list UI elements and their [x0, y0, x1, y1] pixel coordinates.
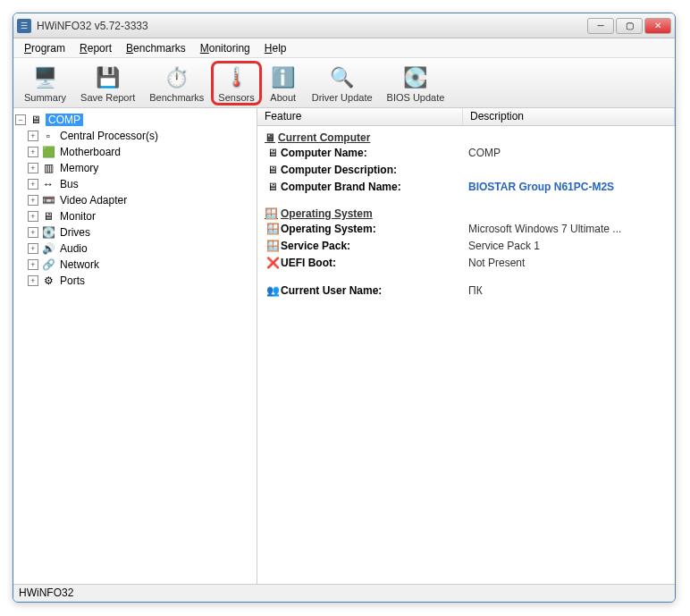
expand-icon[interactable]: + — [28, 179, 38, 190]
feature-value: Microsoft Windows 7 Ultimate ... — [468, 223, 668, 235]
thermometer-icon — [223, 63, 251, 92]
menubar: Program Report Benchmarks Monitoring Hel… — [13, 38, 675, 58]
maximize-button[interactable]: ▢ — [616, 18, 643, 34]
row-icon: 🖥 — [265, 147, 281, 159]
expand-icon[interactable]: + — [28, 275, 38, 286]
tree-item-monitor[interactable]: +🖥Monitor — [28, 208, 255, 224]
feature-name: Computer Brand Name: — [281, 181, 468, 193]
monitor-icon — [31, 63, 60, 92]
close-button[interactable]: ✕ — [644, 18, 671, 34]
save-icon — [94, 63, 122, 92]
minimize-button[interactable]: ─ — [587, 18, 614, 34]
statusbar-text: HWiNFO32 — [19, 586, 73, 599]
bios-update-label: BIOS Update — [387, 92, 445, 103]
menu-report[interactable]: Report — [72, 40, 119, 56]
menu-monitoring[interactable]: Monitoring — [193, 40, 257, 56]
computer-icon: 🖥 — [29, 114, 43, 126]
tree-root-comp[interactable]: − 🖥 COMP — [15, 112, 255, 128]
computer-icon: 🖥 — [265, 131, 275, 144]
col-feature[interactable]: Feature — [257, 108, 463, 125]
tree-item-label: Video Adapter — [58, 194, 129, 207]
expand-icon[interactable]: + — [28, 147, 38, 157]
window-title: HWiNFO32 v5.72-3333 — [37, 20, 587, 32]
info-row[interactable]: ❌UEFI Boot:Not Present — [265, 254, 668, 271]
tree-item-memory[interactable]: +▥Memory — [28, 160, 255, 176]
menu-benchmarks[interactable]: Benchmarks — [119, 40, 193, 56]
info-icon — [269, 63, 298, 92]
details-header: Feature Description — [257, 108, 675, 126]
gauge-icon — [163, 63, 191, 92]
details-panel: Feature Description 🖥 Current Computer 🖥… — [257, 108, 675, 584]
tree-item-icon: 🟩 — [41, 146, 55, 158]
section-operating-system: 🪟 Operating System — [265, 207, 668, 220]
bios-update-button[interactable]: BIOS Update — [380, 61, 452, 105]
feature-value: Not Present — [468, 257, 668, 269]
driver-update-label: Driver Update — [312, 92, 373, 103]
row-icon: 🪟 — [265, 240, 281, 252]
app-icon — [17, 19, 31, 33]
row-icon: ❌ — [265, 257, 281, 269]
tree-item-motherboard[interactable]: +🟩Motherboard — [28, 144, 255, 160]
tree-item-icon: ⚙ — [41, 274, 55, 287]
row-icon: 👥 — [265, 284, 281, 297]
info-row[interactable]: 🖥Computer Description: — [265, 161, 668, 178]
tree-item-icon: ↔ — [41, 178, 55, 190]
tree-item-label: Drives — [58, 226, 92, 239]
tree-item-icon: ▫ — [41, 130, 55, 142]
details-content: 🖥 Current Computer 🖥Computer Name:COMP🖥C… — [257, 126, 675, 584]
row-icon: 🖥 — [265, 181, 281, 193]
expand-icon[interactable]: + — [28, 163, 38, 173]
tree-item-video-adapter[interactable]: +📼Video Adapter — [28, 192, 255, 208]
expand-icon[interactable]: + — [28, 243, 38, 254]
collapse-icon[interactable]: − — [15, 114, 26, 125]
info-row[interactable]: 🪟Service Pack:Service Pack 1 — [265, 237, 668, 254]
feature-name: Operating System: — [281, 223, 468, 235]
save-report-label: Save Report — [80, 92, 135, 103]
tree-root-label: COMP — [46, 114, 83, 126]
tree-item-drives[interactable]: +💽Drives — [28, 224, 255, 240]
expand-icon[interactable]: + — [28, 259, 38, 270]
tree-item-ports[interactable]: +⚙Ports — [28, 273, 255, 289]
expand-icon[interactable]: + — [28, 131, 38, 141]
expand-icon[interactable]: + — [28, 195, 38, 206]
feature-name: Service Pack: — [281, 240, 468, 252]
info-row[interactable]: 🖥Computer Name:COMP — [265, 144, 668, 161]
tree-item-central-processor-s-[interactable]: +▫Central Processor(s) — [28, 128, 255, 144]
titlebar: HWiNFO32 v5.72-3333 ─ ▢ ✕ — [13, 13, 675, 38]
tree-item-label: Ports — [58, 274, 87, 287]
tree-item-bus[interactable]: +↔Bus — [28, 176, 255, 192]
sensors-button[interactable]: Sensors — [211, 61, 261, 105]
tree-item-audio[interactable]: +🔊Audio — [28, 240, 255, 257]
benchmarks-button[interactable]: Benchmarks — [142, 61, 211, 105]
tree-item-label: Monitor — [58, 210, 97, 223]
feature-name: Computer Name: — [281, 147, 468, 159]
magnify-icon — [328, 63, 357, 92]
sensors-label: Sensors — [218, 92, 254, 103]
driver-update-button[interactable]: Driver Update — [305, 61, 380, 105]
chip-icon — [401, 63, 430, 92]
menu-help[interactable]: Help — [257, 40, 294, 56]
about-button[interactable]: About — [262, 61, 305, 105]
info-row[interactable]: 🖥Computer Brand Name:BIOSTAR Group N61PC… — [265, 178, 668, 195]
menu-program[interactable]: Program — [17, 40, 72, 56]
tree-item-label: Bus — [58, 178, 80, 190]
col-description[interactable]: Description — [463, 108, 675, 125]
tree-item-icon: 🔊 — [41, 242, 55, 255]
info-row[interactable]: 👥Current User Name:ПК — [265, 282, 668, 299]
summary-button[interactable]: Summary — [17, 61, 73, 105]
expand-icon[interactable]: + — [28, 211, 38, 222]
summary-label: Summary — [24, 92, 66, 103]
feature-value: BIOSTAR Group N61PC-M2S — [468, 181, 668, 193]
app-window: HWiNFO32 v5.72-3333 ─ ▢ ✕ Program Report… — [13, 13, 676, 603]
info-row[interactable]: 🪟Operating System:Microsoft Windows 7 Ul… — [265, 220, 668, 237]
tree-panel: − 🖥 COMP +▫Central Processor(s)+🟩Motherb… — [13, 108, 257, 584]
row-icon: 🖥 — [265, 164, 281, 176]
section-current-computer: 🖥 Current Computer — [265, 131, 668, 144]
tree-item-network[interactable]: +🔗Network — [28, 257, 255, 273]
save-report-button[interactable]: Save Report — [73, 61, 142, 105]
statusbar: HWiNFO32 — [13, 584, 675, 602]
tree-item-label: Memory — [58, 162, 100, 174]
about-label: About — [270, 92, 296, 103]
benchmarks-label: Benchmarks — [149, 92, 204, 103]
expand-icon[interactable]: + — [28, 227, 38, 238]
